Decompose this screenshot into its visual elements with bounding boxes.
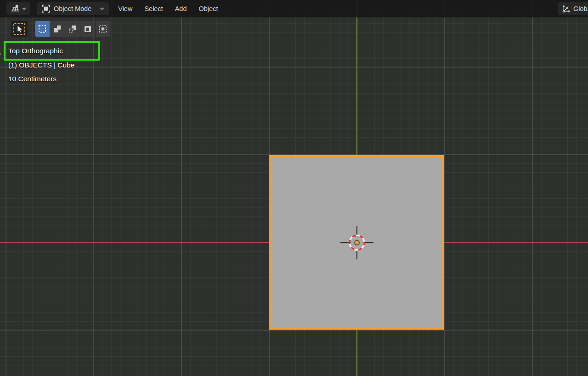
editor-type-dropdown[interactable] xyxy=(6,2,30,15)
chevron-down-icon xyxy=(100,7,104,10)
grid-scale-label: 10 Centimeters xyxy=(8,75,57,83)
select-mode-extend-button[interactable] xyxy=(50,21,65,37)
annotation-highlight-box xyxy=(4,41,100,61)
select-mode-set-button[interactable] xyxy=(35,21,50,37)
menu-add[interactable]: Add xyxy=(169,0,193,17)
object-origin-dot xyxy=(355,241,359,245)
menu-view[interactable]: View xyxy=(112,0,138,17)
orientation-label: Global xyxy=(573,5,588,12)
select-invert-icon xyxy=(83,24,92,34)
scene-stats-label: (1) OBJECTS | Cube xyxy=(8,61,74,69)
chevron-down-icon xyxy=(22,7,26,10)
viewport-header: Object Mode View Select Add Object xyxy=(0,0,588,17)
cursor-arrow-icon xyxy=(17,25,23,33)
select-mode-intersect-button[interactable] xyxy=(96,21,110,37)
menu-object[interactable]: Object xyxy=(193,0,224,17)
transform-orientation-dropdown[interactable]: Global xyxy=(558,2,588,15)
mode-label: Object Mode xyxy=(54,5,91,12)
menu-select[interactable]: Select xyxy=(138,0,169,17)
select-mode-group xyxy=(35,21,110,37)
select-subtract-icon xyxy=(68,24,77,34)
select-mode-subtract-button[interactable] xyxy=(65,21,80,37)
select-intersect-icon xyxy=(98,24,107,34)
object-mode-icon xyxy=(42,5,50,13)
active-tool-select-box-button[interactable] xyxy=(11,21,28,37)
transform-orientation-icon xyxy=(562,4,571,13)
3d-cursor[interactable] xyxy=(340,225,374,260)
editor-type-3d-viewport-icon xyxy=(11,4,20,13)
blender-3d-viewport: Object Mode View Select Add Object xyxy=(0,0,588,376)
select-mode-invert-button[interactable] xyxy=(80,21,96,37)
header-menus: View Select Add Object xyxy=(112,0,224,17)
select-extend-icon xyxy=(53,24,62,34)
select-set-icon xyxy=(38,24,47,34)
toolbar-toggle-arrow[interactable]: › xyxy=(0,50,1,57)
mode-dropdown[interactable]: Object Mode xyxy=(37,2,109,15)
